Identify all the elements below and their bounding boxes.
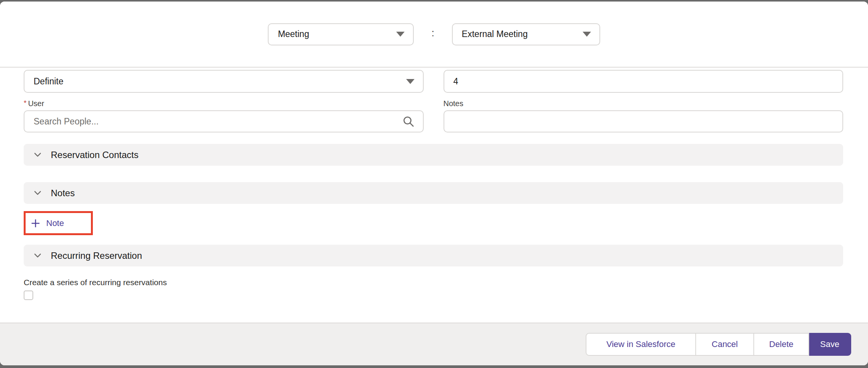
attendees-input[interactable] — [444, 70, 844, 93]
recurring-series-label: Create a series of recurring reservation… — [24, 278, 843, 287]
type-separator: : — [431, 27, 434, 39]
view-in-salesforce-button[interactable]: View in Salesforce — [586, 333, 696, 356]
required-asterisk: * — [24, 99, 26, 107]
add-note-label: Note — [46, 218, 64, 228]
user-field-label: * User — [24, 98, 424, 108]
reservation-subtype-value: External Meeting — [462, 29, 528, 39]
save-button[interactable]: Save — [809, 333, 851, 356]
caret-down-icon — [583, 32, 591, 37]
reservation-type-header: Meeting : External Meeting — [0, 2, 868, 68]
footer-action-bar: View in Salesforce Cancel Delete Save — [0, 323, 868, 365]
section-recurring-reservation[interactable]: Recurring Reservation — [24, 245, 843, 266]
delete-button[interactable]: Delete — [754, 333, 809, 356]
reservation-type-value: Meeting — [278, 29, 309, 39]
field-grid: Definite * User Notes — [24, 70, 843, 132]
user-search-wrap — [24, 110, 424, 132]
footer-button-group: View in Salesforce Cancel Delete Save — [586, 333, 851, 356]
reservation-subtype-select[interactable]: External Meeting — [452, 23, 600, 45]
cancel-button[interactable]: Cancel — [696, 333, 754, 356]
section-notes[interactable]: Notes — [24, 182, 843, 204]
reservation-type-select[interactable]: Meeting — [268, 23, 414, 45]
notes-input[interactable] — [444, 110, 844, 132]
reservation-form-body: Definite * User Notes — [0, 68, 868, 323]
add-note-button[interactable]: Note — [26, 213, 91, 233]
plus-icon — [31, 218, 40, 228]
caret-down-icon — [406, 79, 415, 84]
user-search-input[interactable] — [24, 110, 424, 132]
status-select[interactable]: Definite — [24, 70, 424, 93]
section-title: Notes — [51, 188, 75, 199]
section-title: Reservation Contacts — [51, 150, 138, 160]
annotation-highlight-box: Note — [24, 211, 93, 235]
recurring-checkbox[interactable] — [24, 291, 33, 300]
section-title: Recurring Reservation — [51, 250, 142, 261]
chevron-down-icon — [32, 150, 43, 160]
chevron-down-icon — [32, 250, 43, 261]
caret-down-icon — [396, 32, 405, 37]
section-reservation-contacts[interactable]: Reservation Contacts — [24, 144, 843, 166]
chevron-down-icon — [32, 188, 43, 198]
reservation-modal: Meeting : External Meeting Definite * Us… — [0, 2, 868, 365]
notes-field-label: Notes — [444, 98, 844, 108]
status-value: Definite — [34, 76, 63, 87]
